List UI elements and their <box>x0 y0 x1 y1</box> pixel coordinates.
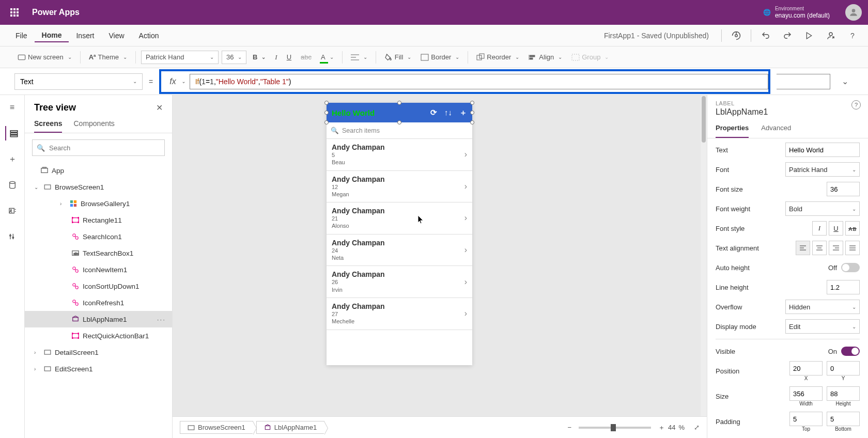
tree-node[interactable]: RectQuickActionBar1 <box>25 327 172 344</box>
property-selector[interactable]: Text⌄ <box>14 73 143 90</box>
breadcrumb-control[interactable]: LblAppName1 <box>256 421 324 434</box>
strike-button[interactable]: abc <box>298 46 315 68</box>
gallery-item[interactable]: Andy Champan26Irvin› <box>327 266 472 298</box>
refresh-icon[interactable]: ⟳ <box>430 108 437 118</box>
tree-node[interactable]: Rectangle11 <box>25 212 172 228</box>
zoom-in-icon[interactable]: ＋ <box>658 423 665 432</box>
zoom-slider[interactable] <box>579 427 651 429</box>
tree-node[interactable]: IconNewItem1 <box>25 261 172 278</box>
breadcrumb-screen[interactable]: BrowseScreen1 <box>180 421 253 434</box>
underline-button[interactable]: U <box>284 46 295 68</box>
prop-y-input[interactable] <box>827 361 860 376</box>
play-icon[interactable] <box>802 28 816 43</box>
gallery-item[interactable]: Andy Champan21Alonso› <box>327 202 472 234</box>
formula-expand-icon[interactable]: ⌄ <box>836 76 854 86</box>
prop-overflow-select[interactable]: Hidden⌄ <box>785 300 860 314</box>
gallery-item[interactable]: Andy Champan24Neta› <box>327 234 472 267</box>
canvas-area[interactable]: Hello World ⟳ ↑↓ ＋ 🔍 Search items Andy C… <box>173 95 707 438</box>
italic-button[interactable]: I <box>272 46 280 68</box>
gallery-item[interactable]: Andy Champan5Beau› <box>327 139 472 171</box>
prop-weight-select[interactable]: Bold⌄ <box>785 201 860 216</box>
tree-node[interactable]: ›EditScreen1 <box>25 361 172 377</box>
tree-search-box[interactable]: 🔍 <box>32 139 165 156</box>
preview-search-box[interactable]: 🔍 Search items <box>327 122 472 139</box>
font-style-buttons[interactable]: IUᴀʙ <box>812 221 860 236</box>
theme-button[interactable]: Aa Theme⌄ <box>86 46 130 68</box>
hamburger-icon[interactable]: ≡ <box>5 100 20 115</box>
visible-toggle[interactable] <box>841 347 860 356</box>
tree-node[interactable]: ›DetailScreen1 <box>25 344 172 361</box>
align-button[interactable]: Align⌄ <box>525 46 565 68</box>
menu-action[interactable]: Action <box>132 29 166 42</box>
zoom-value: 44 <box>668 424 675 431</box>
prop-font-select[interactable]: Patrick Hand⌄ <box>785 162 860 177</box>
menu-insert[interactable]: Insert <box>69 29 101 42</box>
prop-padtop-input[interactable] <box>789 412 823 426</box>
app-launcher-icon[interactable] <box>6 4 23 21</box>
environment-picker[interactable]: 🌐 Environment enayu.com (default) <box>763 6 830 19</box>
font-size-select[interactable]: 36⌄ <box>222 51 246 64</box>
svg-text:abc: abc <box>74 252 79 255</box>
prop-height-input[interactable] <box>827 386 860 401</box>
tree-node[interactable]: IconRefresh1 <box>25 294 172 311</box>
tree-view-icon[interactable] <box>5 126 20 140</box>
prop-x-input[interactable] <box>789 361 823 376</box>
share-icon[interactable] <box>824 28 838 43</box>
help-icon[interactable]: ? <box>845 28 860 43</box>
gallery-item[interactable]: Andy Champan27Mechelle› <box>327 298 472 330</box>
tree-node[interactable]: LblAppName1··· <box>25 311 172 327</box>
svg-point-64 <box>72 333 73 334</box>
prop-lineheight-input[interactable] <box>827 280 860 294</box>
bold-button[interactable]: B⌄ <box>250 46 269 68</box>
undo-icon[interactable] <box>758 28 773 43</box>
menu-file[interactable]: File <box>8 29 35 42</box>
prop-padbottom-input[interactable] <box>827 412 860 426</box>
tree-node[interactable]: ›BrowseGallery1 <box>25 195 172 212</box>
tree-node[interactable]: ⌄BrowseScreen1 <box>25 179 172 195</box>
zoom-out-icon[interactable]: − <box>567 424 571 431</box>
tree-node[interactable]: IconSortUpDown1 <box>25 278 172 294</box>
tab-components[interactable]: Components <box>73 117 114 133</box>
new-screen-button[interactable]: New screen⌄ <box>14 46 75 68</box>
gallery-item[interactable]: Andy Champan12Megan› <box>327 171 472 203</box>
svg-rect-36 <box>44 185 51 189</box>
close-icon[interactable]: ✕ <box>156 103 163 113</box>
formula-input[interactable]: If(1=1, "Hello World", "Table 1") <box>190 74 768 89</box>
text-align-button[interactable]: ⌄ <box>348 46 370 68</box>
prop-width-input[interactable] <box>789 386 823 401</box>
prop-displaymode-select[interactable]: Edit⌄ <box>785 319 860 334</box>
app-checker-icon[interactable] <box>729 28 743 43</box>
fx-icon[interactable]: fx⌄ <box>165 77 189 86</box>
add-icon[interactable]: ＋ <box>459 108 467 118</box>
auto-height-toggle[interactable] <box>841 263 860 272</box>
menu-home[interactable]: Home <box>35 29 69 42</box>
tree-node[interactable]: abcTextSearchBox1 <box>25 245 172 261</box>
fill-button[interactable]: Fill⌄ <box>381 46 415 68</box>
selected-label-control[interactable]: Hello World ⟳ ↑↓ ＋ <box>327 103 472 122</box>
font-name-select[interactable]: Patrick Hand⌄ <box>141 51 219 64</box>
tree-search-input[interactable] <box>49 144 160 152</box>
advanced-tools-icon[interactable] <box>5 229 20 244</box>
font-color-button[interactable]: A⌄ <box>318 46 337 68</box>
prop-fontsize-input[interactable] <box>827 182 860 196</box>
global-header: Power Apps 🌐 Environment enayu.com (defa… <box>0 0 868 25</box>
redo-icon[interactable] <box>780 28 795 43</box>
tab-advanced[interactable]: Advanced <box>761 121 791 138</box>
reorder-button[interactable]: Reorder⌄ <box>473 46 522 68</box>
tree-node[interactable]: App <box>25 162 172 179</box>
data-icon[interactable] <box>5 178 20 192</box>
prop-text-input[interactable] <box>785 143 860 157</box>
menu-view[interactable]: View <box>101 29 131 42</box>
insert-icon[interactable]: ＋ <box>5 152 20 166</box>
tab-properties[interactable]: Properties <box>716 121 749 138</box>
canvas-scrollbar[interactable] <box>701 95 707 438</box>
panel-help-icon[interactable]: ? <box>851 100 861 110</box>
sort-icon[interactable]: ↑↓ <box>444 108 452 118</box>
media-icon[interactable] <box>5 204 20 218</box>
border-button[interactable]: Border⌄ <box>417 46 462 68</box>
user-avatar[interactable] <box>845 4 862 21</box>
fit-icon[interactable]: ⤢ <box>694 424 700 431</box>
tree-node[interactable]: SearchIcon1 <box>25 228 172 245</box>
tab-screens[interactable]: Screens <box>34 117 62 133</box>
text-align-buttons[interactable] <box>796 241 860 255</box>
